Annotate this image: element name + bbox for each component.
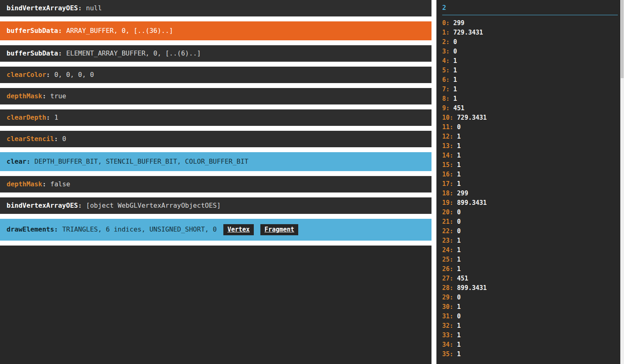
buffer-value-number: 1 [453,67,457,74]
buffer-value-number: 1 [457,152,461,159]
buffer-value-row: 34:1 [442,340,618,350]
command-row-depthMask[interactable]: depthMask:false [0,176,431,192]
command-name: bindVertexArrayOES [7,4,78,12]
buffer-value-number: 0 [457,209,461,216]
buffer-value-number: 0 [457,123,461,131]
command-row-bufferSubData[interactable]: bufferSubData:ELEMENT_ARRAY_BUFFER, 0, [… [0,45,431,62]
command-separator: : [46,71,50,79]
buffer-value-index: 4: [442,57,450,65]
buffer-value-row: 27:451 [442,274,618,283]
buffer-value-row: 25:1 [442,255,618,264]
buffer-value-row: 9:451 [442,104,618,113]
buffer-value-number: 729.3431 [453,29,483,36]
buffer-value-row: 24:1 [442,246,618,255]
command-separator: : [58,27,62,35]
command-args: 0, 0, 0, 0 [54,71,94,79]
buffer-value-list: 0:2991:729.34312:03:04:15:16:17:18:19:45… [442,19,618,359]
command-args: 0 [62,135,66,143]
buffer-value-number: 0 [457,227,461,235]
buffer-value-number: 1 [457,265,461,273]
buffer-value-number: 1 [457,180,461,188]
command-row-bindVertexArrayOES[interactable]: bindVertexArrayOES:null [0,0,431,16]
buffer-value-number: 1 [457,133,461,140]
buffer-value-row: 35:1 [442,350,618,359]
buffer-value-row: 31:0 [442,312,618,321]
command-separator: : [54,225,58,233]
buffer-value-index: 20: [442,209,453,216]
page-scrollbar[interactable] [620,0,624,364]
buffer-value-number: 0 [453,38,457,46]
buffer-value-index: 28: [442,284,453,292]
buffer-value-number: 1 [453,57,457,65]
buffer-value-index: 7: [442,86,450,93]
command-args: 1 [54,114,58,121]
command-name: bufferSubData [7,27,58,35]
buffer-value-row: 7:1 [442,85,618,94]
scrollbar-thumb[interactable] [621,0,624,78]
buffer-value-number: 899.3431 [457,284,487,292]
buffer-value-index: 34: [442,341,453,348]
command-row-depthMask[interactable]: depthMask:true [0,88,431,104]
buffer-value-row: 21:0 [442,217,618,227]
buffer-value-number: 1 [457,332,461,339]
buffer-value-index: 8: [442,95,450,102]
buffer-value-index: 18: [442,190,453,197]
command-separator: : [26,158,30,165]
command-name: clearStencil [7,135,54,143]
command-list-filler [0,246,431,364]
buffer-value-number: 729.3431 [457,114,487,121]
command-name: clearDepth [7,114,46,121]
buffer-value-index: 27: [442,275,453,282]
command-row-clearDepth[interactable]: clearDepth:1 [0,109,431,126]
command-row-bindVertexArrayOES[interactable]: bindVertexArrayOES:[object WebGLVertexAr… [0,197,431,214]
buffer-value-row: 15:1 [442,160,618,170]
buffer-value-number: 451 [457,275,468,282]
buffer-value-index: 32: [442,322,453,329]
buffer-data-panel: 2 0:2991:729.34312:03:04:15:16:17:18:19:… [436,0,620,364]
buffer-value-number: 1 [457,171,461,178]
buffer-value-number: 0 [457,294,461,301]
buffer-value-index: 19: [442,199,453,206]
buffer-value-index: 17: [442,180,453,188]
buffer-value-row: 32:1 [442,321,618,331]
buffer-value-number: 1 [457,256,461,263]
buffer-value-row: 20:0 [442,208,618,217]
command-row-drawElements[interactable]: drawElements:TRIANGLES, 6 indices, UNSIG… [0,219,431,241]
buffer-value-row: 10:729.3431 [442,113,618,123]
buffer-value-index: 31: [442,313,453,320]
command-row-clear[interactable]: clear:DEPTH_BUFFER_BIT, STENCIL_BUFFER_B… [0,152,431,171]
buffer-value-row: 30:1 [442,302,618,312]
buffer-value-number: 1 [457,303,461,311]
buffer-value-index: 9: [442,104,450,112]
buffer-value-row: 3:0 [442,47,618,56]
buffer-value-number: 451 [453,104,464,112]
command-args: null [86,4,102,12]
fragment-shader-button[interactable]: Fragment [260,224,298,235]
buffer-value-row: 26:1 [442,264,618,274]
buffer-value-index: 5: [442,67,450,74]
command-name: depthMask [7,92,42,100]
buffer-value-row: 22:0 [442,227,618,236]
buffer-value-row: 19:899.3431 [442,198,618,208]
command-row-clearStencil[interactable]: clearStencil:0 [0,131,431,147]
buffer-value-index: 21: [442,218,453,225]
command-separator: : [42,92,46,100]
buffer-value-number: 299 [453,19,464,27]
vertex-shader-button[interactable]: Vertex [223,224,254,235]
buffer-value-index: 11: [442,123,453,131]
buffer-value-index: 3: [442,48,450,55]
command-name: drawElements [7,225,54,233]
buffer-value-index: 13: [442,142,453,150]
command-row-clearColor[interactable]: clearColor:0, 0, 0, 0 [0,67,431,83]
command-args: ARRAY_BUFFER, 0, [..(36)..] [66,27,173,35]
buffer-value-index: 2: [442,38,450,46]
buffer-value-index: 29: [442,294,453,301]
command-row-bufferSubData[interactable]: bufferSubData:ARRAY_BUFFER, 0, [..(36)..… [0,21,431,40]
buffer-value-number: 0 [457,218,461,225]
command-separator: : [54,135,58,143]
buffer-value-row: 28:899.3431 [442,283,618,293]
buffer-value-index: 22: [442,227,453,235]
buffer-value-index: 16: [442,171,453,178]
command-name: clearColor [7,71,46,79]
buffer-value-row: 14:1 [442,151,618,160]
